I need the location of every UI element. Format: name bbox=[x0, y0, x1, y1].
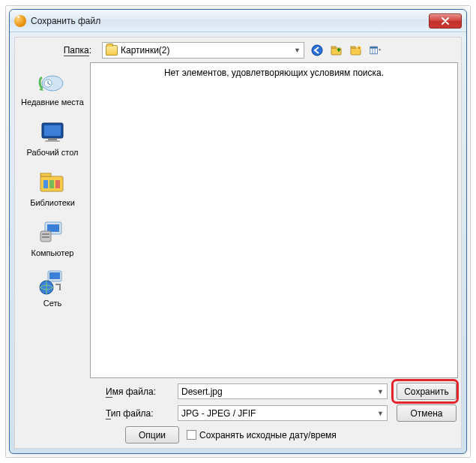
svg-rect-24 bbox=[42, 233, 49, 235]
svg-rect-13 bbox=[44, 125, 61, 136]
svg-rect-15 bbox=[45, 140, 60, 142]
svg-rect-14 bbox=[48, 138, 57, 140]
filetype-dropdown[interactable]: JPG - JPEG / JFIF ▼ bbox=[178, 405, 388, 421]
svg-rect-27 bbox=[49, 272, 60, 279]
view-menu-icon bbox=[370, 44, 382, 56]
save-button[interactable]: Сохранить bbox=[397, 383, 457, 400]
filetype-label: Тип файла: bbox=[19, 408, 173, 419]
computer-icon bbox=[37, 219, 67, 246]
new-folder-icon bbox=[350, 44, 362, 56]
app-icon bbox=[14, 15, 26, 27]
place-recent[interactable]: Недавние места bbox=[16, 68, 88, 107]
folder-value: Картинки(2) bbox=[121, 45, 170, 56]
desktop-icon bbox=[37, 119, 67, 146]
svg-rect-7 bbox=[370, 47, 378, 48]
preserve-date-label: Сохранять исходные дату/время bbox=[199, 430, 337, 440]
filename-label: Имя файла: bbox=[19, 386, 173, 397]
file-list-area[interactable]: Нет элементов, удовлетворяющих условиям … bbox=[90, 62, 458, 378]
titlebar[interactable]: Сохранить файл bbox=[10, 10, 466, 32]
back-button[interactable] bbox=[309, 43, 325, 58]
place-computer[interactable]: Компьютер bbox=[16, 219, 88, 257]
svg-rect-18 bbox=[43, 180, 48, 188]
cancel-button[interactable]: Отмена bbox=[397, 404, 457, 422]
svg-rect-19 bbox=[49, 180, 54, 188]
place-network[interactable]: Сеть bbox=[16, 269, 88, 308]
svg-rect-25 bbox=[42, 236, 49, 238]
save-file-dialog: Сохранить файл Папка: Картинки(2) ▼ bbox=[9, 9, 467, 454]
svg-rect-4 bbox=[351, 47, 355, 48]
svg-rect-2 bbox=[331, 47, 336, 48]
place-libraries[interactable]: Библиотеки bbox=[16, 169, 88, 207]
close-icon bbox=[442, 17, 449, 25]
up-button[interactable] bbox=[328, 43, 345, 58]
svg-rect-17 bbox=[40, 173, 51, 176]
recent-places-icon bbox=[37, 68, 67, 95]
window-title: Сохранить файл bbox=[31, 16, 100, 26]
checkbox-box-icon bbox=[187, 430, 196, 440]
place-desktop[interactable]: Рабочий стол bbox=[16, 119, 88, 157]
filename-value: Desert.jpg bbox=[181, 386, 223, 397]
libraries-icon bbox=[37, 169, 67, 196]
close-button[interactable] bbox=[429, 14, 462, 29]
folder-label: Папка: bbox=[22, 45, 97, 56]
svg-rect-20 bbox=[55, 180, 60, 188]
empty-message: Нет элементов, удовлетворяющих условиям … bbox=[164, 68, 384, 78]
chevron-down-icon: ▼ bbox=[377, 410, 384, 417]
options-button[interactable]: Опции bbox=[125, 426, 179, 443]
chevron-down-icon: ▼ bbox=[377, 388, 384, 395]
new-folder-button[interactable] bbox=[348, 43, 364, 58]
chevron-down-icon: ▼ bbox=[294, 47, 301, 54]
preserve-date-checkbox[interactable]: Сохранять исходные дату/время bbox=[187, 430, 337, 440]
filetype-value: JPG - JPEG / JFIF bbox=[181, 408, 256, 419]
filename-input[interactable]: Desert.jpg ▼ bbox=[178, 383, 388, 399]
folder-icon bbox=[106, 45, 118, 56]
view-button[interactable] bbox=[367, 43, 384, 58]
places-bar: Недавние места Рабочий стол bbox=[15, 61, 90, 380]
folder-up-icon bbox=[331, 44, 343, 56]
folder-row: Папка: Картинки(2) ▼ bbox=[15, 38, 461, 61]
folder-dropdown[interactable]: Картинки(2) ▼ bbox=[102, 42, 304, 59]
back-arrow-icon bbox=[311, 44, 323, 56]
svg-point-0 bbox=[312, 45, 322, 56]
network-icon bbox=[37, 269, 67, 296]
